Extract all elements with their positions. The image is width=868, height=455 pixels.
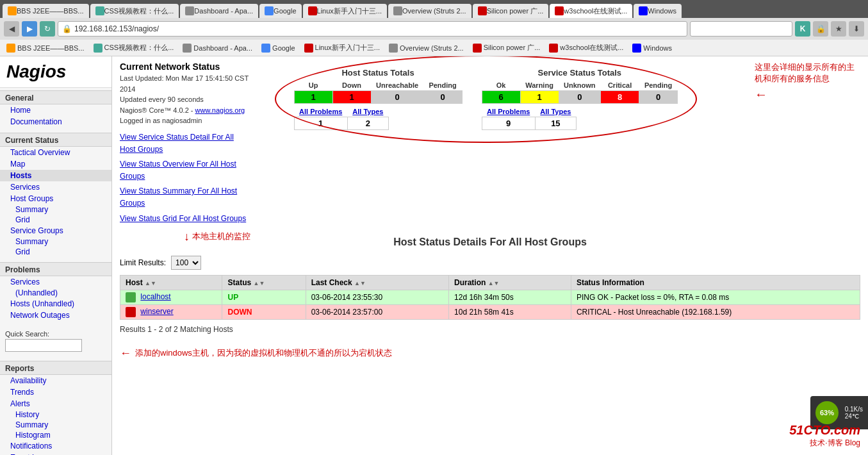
svc-val-unknown[interactable]: 0 [559,91,601,104]
col-host[interactable]: Host ▲▼ [120,275,222,290]
refresh-button[interactable]: ↻ [40,21,55,37]
sidebar-item-host-groups[interactable]: Host Groups [0,193,111,204]
sidebar-item-alerts-histogram[interactable]: Histogram [0,430,111,440]
sidebar-item-alerts-history[interactable]: History [0,410,111,420]
browser-tab-google[interactable]: Google [259,4,301,18]
main-content: Current Network Status Last Updated: Mon… [112,56,868,455]
watermark-line1: 51CTO.com [789,423,860,438]
service-status-totals-title: Service Status Totals [482,68,678,78]
sidebar-item-alerts-summary[interactable]: Summary [0,420,111,430]
host-val-up[interactable]: 1 [294,91,332,104]
tab-favicon-w3school [555,6,564,15]
svc-sub-val-problems[interactable]: 9 [482,117,535,130]
bookmark-struts[interactable]: Overview (Struts 2... [386,42,466,54]
bookmark-windows[interactable]: Windows [630,42,675,54]
browser-search-input[interactable] [690,21,792,37]
col-duration[interactable]: Duration ▲▼ [449,275,571,290]
sidebar-item-problems-services-unhandled[interactable]: (Unhandled) [0,288,111,298]
link-service-status-detail[interactable]: View Service Status Detail For All Host … [120,130,256,157]
sidebar-item-network-outages[interactable]: Network Outages [0,310,111,321]
table-row: winserver DOWN 03-06-2014 23:57:00 10d 2… [120,304,860,319]
host-val-down[interactable]: 1 [332,91,371,104]
host-link-winserver[interactable]: winserver [140,307,173,316]
nagios-logo: Nagios [6,62,105,82]
host-sub-val-problems[interactable]: 1 [294,117,347,130]
svc-sub-val-types[interactable]: 15 [535,117,576,130]
k-button[interactable]: K [795,21,810,37]
bookmark-css[interactable]: CSS视频教程：什么... [91,42,177,54]
filter-area: ↓ 本地主机的监控 Limit Results: 100 50 200 All [120,256,860,270]
download-button[interactable]: ⬇ [849,21,864,37]
lock-button[interactable]: 🔒 [813,21,828,37]
star-button[interactable]: ★ [831,21,846,37]
svc-sub-all-problems[interactable]: All Problems [482,106,535,117]
host-sub-val-types[interactable]: 2 [347,117,388,130]
host-sub-all-types[interactable]: All Types [347,106,388,117]
sidebar-item-services[interactable]: Services [0,181,111,193]
browser-tab-windows[interactable]: Windows [634,4,682,18]
host-sub-table: All Problems All Types 1 2 [294,106,389,130]
sidebar-item-notifications[interactable]: Notifications [0,440,111,452]
sidebar-item-service-groups[interactable]: Service Groups [0,225,111,236]
link-status-grid[interactable]: View Status Grid For All Host Groups [120,211,256,226]
filter-select[interactable]: 100 50 200 All [171,256,201,270]
bookmark-icon-struts [389,44,398,53]
col-last-check[interactable]: Last Check ▲▼ [306,275,448,290]
sidebar-item-hg-grid[interactable]: Grid [0,215,111,225]
problems-section-title: Problems [0,262,111,276]
sidebar-item-alerts[interactable]: Alerts [0,398,111,410]
sidebar-item-documentation[interactable]: Documentation [0,116,111,128]
host-table: Host ▲▼ Status ▲▼ Last Check ▲▼ Duration… [120,275,860,320]
host-link-localhost[interactable]: localhost [140,292,170,301]
totals-inner: Host Status Totals Up Down Unreachable P… [281,62,691,136]
sidebar-item-problems-services[interactable]: Services [0,276,111,288]
back-button[interactable]: ◀ [4,21,19,37]
status-cell-localhost: UP [222,290,306,304]
browser-tab-struts[interactable]: Overview (Struts 2... [388,4,471,18]
bookmark-dashboard[interactable]: Dashboard - Apa... [180,42,255,54]
bookmark-google[interactable]: Google [259,42,297,54]
bookmark-bbs[interactable]: BBS J2EE——BBS... [4,42,87,54]
nagios-org-link[interactable]: www.nagios.org [195,106,245,114]
sidebar-item-hg-summary[interactable]: Summary [0,204,111,215]
host-val-pending[interactable]: 0 [423,91,462,104]
svc-val-pending[interactable]: 0 [639,91,678,104]
svc-val-ok[interactable]: 6 [482,91,520,104]
annotation-local-monitor: ↓ 本地主机的监控 [184,230,250,244]
sidebar-item-sg-grid[interactable]: Grid [0,247,111,257]
host-val-unreachable[interactable]: 0 [371,91,423,104]
browser-tab-linux[interactable]: Linux新手入门十三... [303,4,387,18]
sidebar-item-map[interactable]: Map [0,158,111,170]
host-col-pending: Pending [423,80,462,91]
sidebar-item-event-log[interactable]: Event Log [0,452,111,455]
sidebar-item-availability[interactable]: Availability [0,375,111,386]
col-status[interactable]: Status ▲▼ [222,275,306,290]
browser-tab-css[interactable]: CSS视频教程：什么... [90,4,179,18]
forward-button[interactable]: ▶ [22,21,37,37]
col-status-info: Status Information [571,275,860,290]
bookmark-w3school[interactable]: w3school在线测试... [546,42,626,54]
quick-search-input[interactable] [5,339,82,352]
browser-tab-silicon[interactable]: Silicon power 广... [473,4,549,18]
sidebar-item-tactical-overview[interactable]: Tactical Overview [0,147,111,158]
sidebar-item-hosts-unhandled[interactable]: Hosts (Unhandled) [0,298,111,310]
host-cell-localhost: localhost [120,290,222,304]
sidebar-item-home[interactable]: Home [0,104,111,116]
browser-tab-dashboard[interactable]: Dashboard - Apa... [180,4,258,18]
sidebar-item-sg-summary[interactable]: Summary [0,236,111,247]
link-status-summary[interactable]: View Status Summary For All Host Groups [120,184,256,211]
address-bar[interactable]: 🔒 192.168.162.153/nagios/ [58,21,687,37]
bookmark-linux[interactable]: Linux新手入门十三... [302,42,382,54]
sidebar-item-hosts[interactable]: Hosts [0,170,111,181]
browser-tab-w3school[interactable]: w3school在线测试... [550,4,632,18]
widget-info: 0.1K/s 24℃ [845,406,863,420]
bookmark-silicon[interactable]: Silicon power 广... [470,42,543,54]
network-status-info: Current Network Status Last Updated: Mon… [120,62,256,230]
link-status-overview[interactable]: View Status Overview For All Host Groups [120,157,256,184]
svc-val-warning[interactable]: 1 [520,91,559,104]
host-sub-all-problems[interactable]: All Problems [294,106,347,117]
browser-tab-bbs[interactable]: BBS J2EE——BBS... [3,4,89,18]
sidebar-item-trends[interactable]: Trends [0,386,111,398]
svc-val-critical[interactable]: 8 [601,91,639,104]
svc-sub-all-types[interactable]: All Types [535,106,576,117]
